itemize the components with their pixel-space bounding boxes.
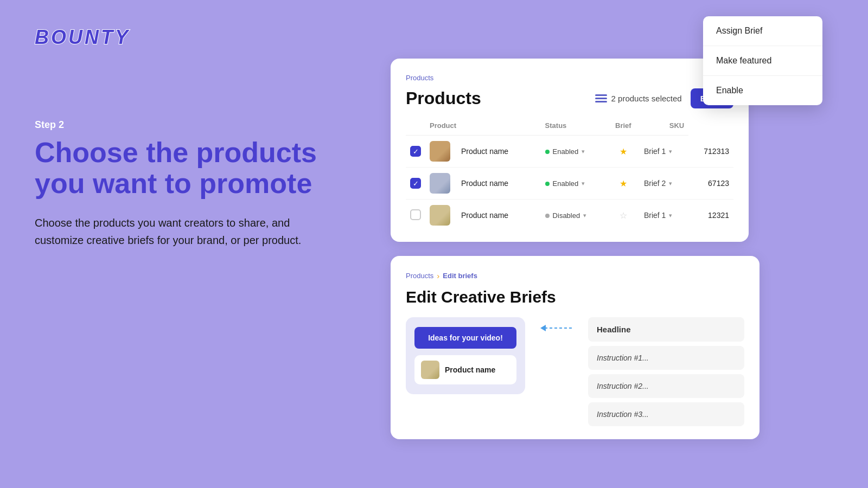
brief-cell-2[interactable]: Brief 2 ▾ [640, 168, 688, 200]
col-status: Status [541, 118, 607, 136]
status-badge-1[interactable]: Enabled ▾ [545, 147, 585, 156]
brief-label-1: Brief 1 [644, 147, 666, 156]
brief-cell-1[interactable]: Brief 1 ▾ [640, 136, 688, 168]
checkbox-2[interactable]: ✓ [410, 178, 421, 189]
checkbox-cell-2[interactable]: ✓ [406, 168, 425, 200]
brief-fields: Headline Instruction #1... Instruction #… [588, 317, 744, 426]
sku-cell-1: 712313 [688, 136, 733, 168]
svg-marker-1 [540, 325, 546, 331]
status-dot-3 [545, 214, 550, 218]
breadcrumb-products[interactable]: Products [406, 272, 433, 280]
brief-field-instruction3[interactable]: Instruction #3... [588, 402, 744, 426]
briefs-right-panel: Headline Instruction #1... Instruction #… [588, 317, 744, 426]
briefs-card: Products › Edit briefs Edit Creative Bri… [391, 256, 760, 439]
star-icon-3[interactable]: ☆ [620, 211, 627, 220]
product-name-2: Product name [461, 179, 508, 188]
product-image-2 [430, 173, 450, 194]
col-checkbox [406, 118, 425, 136]
status-cell-1[interactable]: Enabled ▾ [541, 136, 607, 168]
products-card: Products Products 2 products selected Ed… [391, 59, 749, 242]
products-card-header: Products 2 products selected Edit ▾ [406, 88, 733, 108]
selected-count: 2 products selected [611, 94, 682, 103]
connector-arrow [540, 317, 573, 339]
left-panel: Step 2 Choose the products you want to p… [35, 119, 339, 249]
brief-card-inner: Ideas for your video! Product name [406, 317, 525, 394]
brief-chevron-2: ▾ [669, 180, 672, 187]
products-breadcrumb: Products [406, 74, 733, 82]
products-title: Products [406, 88, 481, 108]
breadcrumb-edit-briefs: Edit briefs [443, 272, 477, 280]
sku-cell-2: 67123 [688, 168, 733, 200]
status-chevron-1: ▾ [582, 148, 585, 155]
status-badge-2[interactable]: Enabled ▾ [545, 179, 585, 188]
product-name-1: Product name [461, 147, 508, 156]
mini-product-name: Product name [445, 365, 495, 374]
ideas-button[interactable]: Ideas for your video! [414, 327, 516, 349]
briefs-title: Edit Creative Briefs [406, 288, 744, 306]
logo: BOUNTY [35, 26, 130, 49]
checkbox-cell-3[interactable] [406, 200, 425, 232]
brief-label-3: Brief 1 [644, 211, 666, 220]
brief-chevron-1: ▾ [669, 148, 672, 155]
star-icon-1[interactable]: ★ [620, 147, 627, 156]
checkbox-3[interactable] [410, 209, 421, 220]
mini-product-image [421, 361, 439, 379]
status-badge-3[interactable]: Disabled ▾ [545, 211, 587, 220]
brief-label-2: Brief 2 [644, 179, 666, 188]
sku-cell-3: 12321 [688, 200, 733, 232]
table-row: ✓ Product name Enabled ▾ ★ [406, 168, 733, 200]
dropdown-enable[interactable]: Enable [703, 76, 822, 105]
briefs-left-panel: Ideas for your video! Product name [406, 317, 525, 394]
status-dot-2 [545, 182, 550, 186]
brief-field-instruction2[interactable]: Instruction #2... [588, 374, 744, 398]
star-cell-3[interactable]: ☆ [607, 200, 640, 232]
col-sku: SKU [640, 118, 688, 136]
product-image-3 [430, 205, 450, 226]
table-row: ✓ Product name Enabled ▾ ★ [406, 136, 733, 168]
product-card-mini: Product name [414, 355, 516, 384]
status-cell-3[interactable]: Disabled ▾ [541, 200, 607, 232]
dropdown-menu: Assign Brief Make featured Enable [703, 16, 822, 105]
product-cell-1: Product name [425, 136, 541, 168]
product-cell-3: Product name [425, 200, 541, 232]
product-cell-2: Product name [425, 168, 541, 200]
breadcrumb-separator: › [437, 271, 439, 280]
product-name-3: Product name [461, 211, 508, 220]
star-cell-1[interactable]: ★ [607, 136, 640, 168]
col-product: Product [425, 118, 541, 136]
product-image-1 [430, 141, 450, 162]
checkbox-1[interactable]: ✓ [410, 146, 421, 157]
col-brief: Brief [607, 118, 640, 136]
brief-cell-3[interactable]: Brief 1 ▾ [640, 200, 688, 232]
star-cell-2[interactable]: ★ [607, 168, 640, 200]
star-icon-2[interactable]: ★ [620, 179, 627, 188]
table-layout-icon [595, 94, 607, 103]
briefs-breadcrumb: Products › Edit briefs [406, 271, 744, 280]
dropdown-assign-brief[interactable]: Assign Brief [703, 16, 822, 46]
step-label: Step 2 [35, 119, 339, 131]
status-chevron-2: ▾ [582, 180, 585, 187]
sub-text: Choose the products you want creators to… [35, 214, 339, 249]
table-row: Product name Disabled ▾ ☆ Brief 1 [406, 200, 733, 232]
status-dot-1 [545, 150, 550, 154]
status-chevron-3: ▾ [583, 212, 586, 219]
briefs-body: Ideas for your video! Product name Headl… [406, 317, 744, 426]
brief-field-headline[interactable]: Headline [588, 317, 744, 342]
status-cell-2[interactable]: Enabled ▾ [541, 168, 607, 200]
selected-info: 2 products selected [595, 94, 682, 103]
status-label-2: Enabled [553, 179, 579, 188]
brief-field-instruction1[interactable]: Instruction #1... [588, 346, 744, 370]
brief-chevron-3: ▾ [669, 212, 672, 219]
status-label-1: Enabled [553, 147, 579, 156]
dropdown-make-featured[interactable]: Make featured [703, 46, 822, 76]
checkbox-cell-1[interactable]: ✓ [406, 136, 425, 168]
products-table: Product Status Brief SKU ✓ Product name [406, 118, 733, 231]
status-label-3: Disabled [553, 211, 580, 220]
main-heading: Choose the products you want to promote [35, 137, 339, 199]
